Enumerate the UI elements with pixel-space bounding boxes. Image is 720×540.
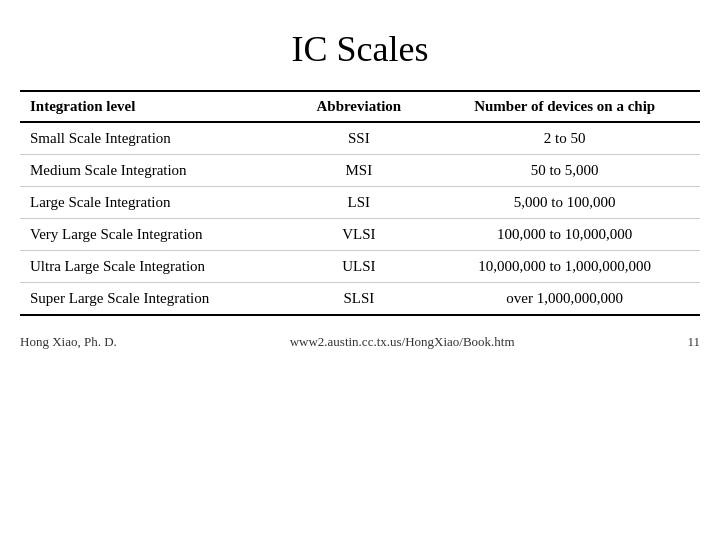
table-cell-1-1: MSI <box>288 155 429 187</box>
table-cell-0-2: 2 to 50 <box>429 122 700 155</box>
table-cell-0-1: SSI <box>288 122 429 155</box>
table-cell-3-0: Very Large Scale Integration <box>20 219 288 251</box>
footer: Hong Xiao, Ph. D. www2.austin.cc.tx.us/H… <box>20 334 700 350</box>
table-cell-4-1: ULSI <box>288 251 429 283</box>
table-cell-2-0: Large Scale Integration <box>20 187 288 219</box>
table-row: Small Scale IntegrationSSI2 to 50 <box>20 122 700 155</box>
ic-scales-table: Integration level Abbreviation Number of… <box>20 90 700 316</box>
table-row: Ultra Large Scale IntegrationULSI10,000,… <box>20 251 700 283</box>
table-cell-1-0: Medium Scale Integration <box>20 155 288 187</box>
table-cell-5-0: Super Large Scale Integration <box>20 283 288 316</box>
table-wrapper: Integration level Abbreviation Number of… <box>20 90 700 316</box>
table-cell-4-0: Ultra Large Scale Integration <box>20 251 288 283</box>
table-cell-1-2: 50 to 5,000 <box>429 155 700 187</box>
footer-right: 11 <box>687 334 700 350</box>
table-cell-2-1: LSI <box>288 187 429 219</box>
table-row: Very Large Scale IntegrationVLSI100,000 … <box>20 219 700 251</box>
table-cell-0-0: Small Scale Integration <box>20 122 288 155</box>
table-cell-4-2: 10,000,000 to 1,000,000,000 <box>429 251 700 283</box>
table-row: Medium Scale IntegrationMSI50 to 5,000 <box>20 155 700 187</box>
table-row: Large Scale IntegrationLSI5,000 to 100,0… <box>20 187 700 219</box>
table-header-row: Integration level Abbreviation Number of… <box>20 91 700 122</box>
col-header-integration-level: Integration level <box>20 91 288 122</box>
table-cell-5-2: over 1,000,000,000 <box>429 283 700 316</box>
table-row: Super Large Scale IntegrationSLSIover 1,… <box>20 283 700 316</box>
table-cell-5-1: SLSI <box>288 283 429 316</box>
footer-center: www2.austin.cc.tx.us/HongXiao/Book.htm <box>290 334 515 350</box>
table-cell-3-1: VLSI <box>288 219 429 251</box>
page-title: IC Scales <box>292 28 429 70</box>
table-cell-3-2: 100,000 to 10,000,000 <box>429 219 700 251</box>
col-header-abbreviation: Abbreviation <box>288 91 429 122</box>
col-header-devices: Number of devices on a chip <box>429 91 700 122</box>
footer-left: Hong Xiao, Ph. D. <box>20 334 117 350</box>
table-cell-2-2: 5,000 to 100,000 <box>429 187 700 219</box>
